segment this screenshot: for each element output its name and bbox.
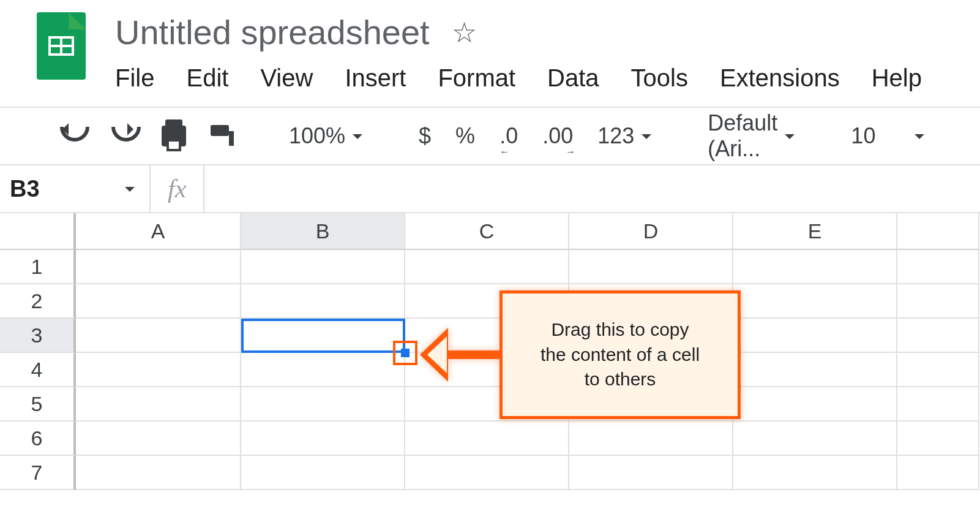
menu-insert[interactable]: Insert [345,64,406,92]
row-header-4[interactable]: 4 [0,353,76,387]
cell[interactable] [897,319,979,353]
cell[interactable] [76,353,241,387]
cell[interactable] [76,250,241,284]
cell[interactable] [733,422,897,456]
callout-text-line2: the content of a cell [540,343,700,368]
decrease-decimal-button[interactable]: .0← [496,123,522,149]
row-header-6[interactable]: 6 [0,422,76,456]
annotation-callout: Drag this to copy the content of a cell … [420,290,741,419]
cell[interactable] [569,250,733,284]
increase-decimal-label: .00 [542,123,573,149]
cell[interactable] [241,284,405,319]
formula-bar: B3 fx [0,165,980,213]
cell[interactable] [405,250,569,284]
caret-down-icon [785,134,795,144]
column-header-B[interactable]: B [241,213,405,250]
cell[interactable] [405,456,569,490]
menu-help[interactable]: Help [872,64,922,92]
cell[interactable] [733,456,897,490]
cell[interactable] [241,422,405,456]
menu-data[interactable]: Data [547,64,599,92]
cell[interactable] [241,456,405,490]
cell[interactable] [76,319,241,353]
row-header-1[interactable]: 1 [0,250,76,284]
cell[interactable] [241,387,405,422]
row-header-5[interactable]: 5 [0,387,76,422]
number-format-dropdown[interactable]: 123 [594,123,655,149]
column-header-E[interactable]: E [733,213,897,250]
row-header-3[interactable]: 3 [0,319,76,353]
cell[interactable] [897,284,979,319]
document-title[interactable]: Untitled spreadsheet [115,12,430,52]
column-header-C[interactable]: C [405,213,569,250]
cell[interactable] [569,456,733,490]
callout-text-line3: to others [540,367,700,392]
menu-format[interactable]: Format [438,64,515,92]
row-header-7[interactable]: 7 [0,456,76,490]
cell[interactable] [897,353,979,387]
paint-format-button[interactable] [207,125,236,147]
column-header-next[interactable] [897,213,979,250]
column-headers: A B C D E [0,213,980,250]
caret-down-icon [915,134,924,144]
cell[interactable] [897,456,979,490]
zoom-value: 100% [289,123,345,149]
caret-down-icon [125,187,135,197]
column-header-D[interactable]: D [569,213,733,250]
star-icon[interactable]: ☆ [452,18,477,47]
cell[interactable] [733,387,897,422]
row-header-2[interactable]: 2 [0,284,76,319]
cell[interactable] [76,387,241,422]
column-header-A[interactable]: A [76,213,241,250]
name-box[interactable]: B3 [0,165,151,212]
cell-B3[interactable] [241,319,405,353]
sheets-logo-grid-icon [48,36,74,56]
title-block: Untitled spreadsheet ☆ File Edit View In… [115,12,922,92]
right-arrow-icon: → [566,146,575,157]
print-button[interactable] [158,126,190,146]
font-size-label: 10 [851,123,875,149]
redo-button[interactable] [107,127,141,145]
formula-input[interactable] [203,165,980,212]
zoom-dropdown[interactable]: 100% [285,123,366,149]
cell[interactable] [76,422,241,456]
menu-extensions[interactable]: Extensions [720,64,840,92]
cell[interactable] [405,422,569,456]
callout-box: Drag this to copy the content of a cell … [499,290,741,419]
cell[interactable] [733,319,897,353]
cell[interactable] [241,250,405,284]
redo-icon [110,127,137,145]
cell[interactable] [569,422,733,456]
callout-text-line1: Drag this to copy [540,317,700,343]
caret-down-icon [641,134,651,144]
undo-button[interactable] [55,127,89,145]
cell[interactable] [733,250,897,284]
cell[interactable] [897,422,979,456]
menubar: File Edit View Insert Format Data Tools … [115,64,922,92]
cell[interactable] [897,250,979,284]
select-all-corner[interactable] [0,213,76,250]
menu-file[interactable]: File [115,64,154,92]
app-root: { "doc": { "title": "Untitled spreadshee… [0,0,980,511]
font-family-dropdown[interactable]: Default (Ari... [704,110,798,162]
cell[interactable] [76,284,241,319]
cell[interactable] [733,284,897,319]
sheets-logo [37,12,86,80]
font-family-label: Default (Ari... [708,110,777,162]
cell[interactable] [897,387,979,422]
cell[interactable] [733,353,897,387]
cell[interactable] [76,456,241,490]
menu-view[interactable]: View [260,64,313,92]
toolbar: 100% $ % .0← .00→ 123 Default (Ari... 10 [0,107,980,165]
name-box-value: B3 [10,176,40,202]
header: Untitled spreadsheet ☆ File Edit View In… [0,0,980,92]
menu-edit[interactable]: Edit [186,64,228,92]
currency-button[interactable]: $ [415,123,435,149]
percent-button[interactable]: % [452,123,479,149]
menu-tools[interactable]: Tools [631,64,688,92]
number-format-label: 123 [597,123,634,149]
font-size-dropdown[interactable]: 10 [847,123,928,149]
increase-decimal-button[interactable]: .00→ [539,123,577,149]
callout-arrow-icon [420,328,448,382]
cell[interactable] [241,353,405,387]
